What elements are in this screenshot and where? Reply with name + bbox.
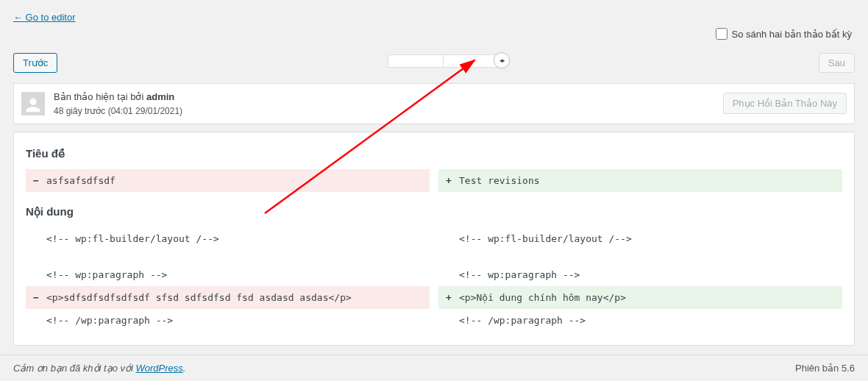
diff-title-heading: Tiêu đề <box>14 141 854 169</box>
version-text: Phiên bản 5.6 <box>795 363 855 374</box>
wordpress-link[interactable]: WordPress <box>136 363 183 374</box>
person-icon <box>23 95 43 115</box>
diff-context-line: <!-- /wp:paragraph --> <box>26 309 430 332</box>
admin-footer: Cảm ơn bạn đã khởi tạo với WordPress. Ph… <box>0 355 868 381</box>
diff-added-line: Test revisions <box>438 169 842 192</box>
diff-content-heading: Nội dung <box>14 192 854 227</box>
diff-context-line: <!-- wp:paragraph --> <box>26 263 430 286</box>
diff-context-line: <!-- /wp:paragraph --> <box>438 309 842 332</box>
go-to-editor-link[interactable]: ← Go to editor <box>13 12 76 23</box>
next-button: Sau <box>819 53 855 73</box>
revision-slider[interactable]: ◂▸ <box>388 54 499 68</box>
compare-checkbox[interactable] <box>716 28 728 40</box>
diff-context-line: <!-- wp:fl-builder/layout /--> <box>26 227 430 250</box>
revision-meta-box: Bản thảo hiện tại bởi admin 48 giây trướ… <box>13 83 855 124</box>
compare-label: So sánh hai bản thảo bất kỳ <box>732 29 852 40</box>
restore-revision-button: Phục Hồi Bản Thảo Này <box>723 93 847 114</box>
diff-context-line: <!-- wp:fl-builder/layout /--> <box>438 227 842 250</box>
diff-added-line: <p>Nội dung chính hôm nay</p> <box>438 286 842 309</box>
revision-time-line: 48 giây trước (04:01 29/01/2021) <box>54 104 714 118</box>
slider-track[interactable] <box>388 54 499 68</box>
diff-removed-line: asfsafsdfsdf <box>26 169 430 192</box>
prev-button[interactable]: Trước <box>13 53 57 73</box>
slider-segment[interactable] <box>388 55 444 67</box>
slider-segment[interactable] <box>444 55 499 67</box>
diff-container: Tiêu đề asfsafsdfsdf Test revisions Nội … <box>13 132 855 346</box>
footer-thanks-text: Cảm ơn bạn đã khởi tạo với <box>13 363 136 374</box>
revision-author-line: Bản thảo hiện tại bởi admin <box>54 90 714 104</box>
diff-removed-line: <p>sdfsdfsdfsdfsdf sfsd sdfsdfsd fsd asd… <box>26 286 430 309</box>
slider-handle[interactable]: ◂▸ <box>494 52 510 68</box>
avatar <box>21 92 45 115</box>
compare-any-two-row[interactable]: So sánh hai bản thảo bất kỳ <box>716 28 852 40</box>
diff-context-line: <!-- wp:paragraph --> <box>438 263 842 286</box>
